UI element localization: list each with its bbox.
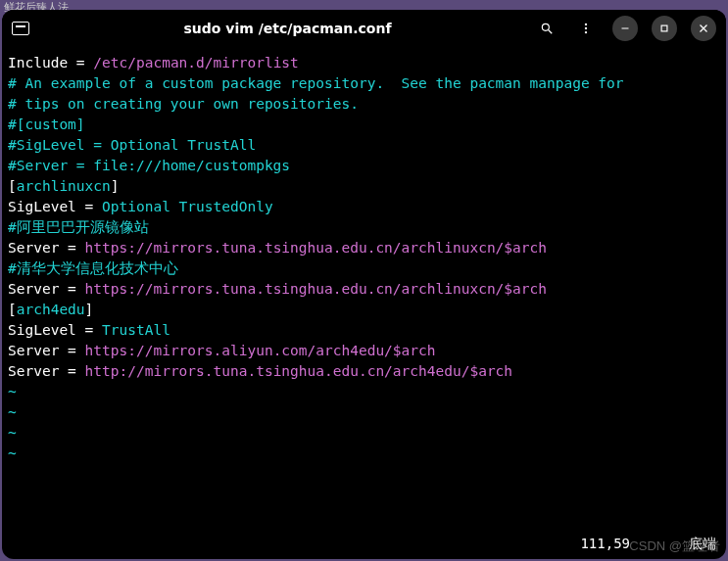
terminal-app-icon [12,22,29,35]
editor-line: #[custom] [8,115,720,135]
cursor-position: 111,59 [580,536,630,553]
editor-line: Include = /etc/pacman.d/mirrorlist [8,53,720,73]
vim-tilde: ~ [8,423,720,444]
search-icon [540,22,554,35]
titlebar-left [12,22,41,35]
editor-line: # An example of a custom package reposit… [8,73,720,94]
menu-button[interactable] [573,16,599,41]
editor-line: SigLevel = Optional TrustedOnly [8,197,720,217]
vim-tilde: ~ [8,382,720,402]
editor-line: Server = http://mirrors.tuna.tsinghua.ed… [8,361,720,382]
svg-point-0 [542,23,549,30]
editor-line: #Server = file:///home/custompkgs [8,156,720,176]
editor-line: #SigLevel = Optional TrustAll [8,135,720,156]
titlebar-right [534,16,716,41]
vim-tilde: ~ [8,444,720,464]
svg-line-1 [549,30,553,34]
editor-line: Server = https://mirrors.tuna.tsinghua.e… [8,238,720,258]
window-title: sudo vim /etc/pacman.conf [41,21,534,36]
editor-line: [archlinuxcn] [8,176,720,197]
svg-point-3 [585,27,587,29]
maximize-button[interactable] [652,16,677,41]
editor-line: # tips on creating your own repositories… [8,94,720,115]
minimize-button[interactable] [612,16,638,41]
vim-tilde: ~ [8,402,720,423]
minimize-icon [618,22,632,35]
kebab-menu-icon [579,22,593,35]
svg-rect-6 [661,25,667,31]
editor-line: Server = https://mirrors.aliyun.com/arch… [8,341,720,361]
close-icon [697,22,710,35]
svg-point-2 [585,23,587,25]
editor-line: #清华大学信息化技术中心 [8,258,720,279]
vim-status-line: 111,59 底端 [2,536,726,559]
editor-line: SigLevel = TrustAll [8,320,720,341]
close-button[interactable] [691,16,716,41]
editor-line: [arch4edu] [8,300,720,320]
watermark: CSDN @篮理者 [629,538,720,555]
maximize-icon [657,22,671,35]
editor-line: #阿里巴巴开源镜像站 [8,217,720,238]
terminal-window: sudo vim /etc/pacman.conf Include = /etc… [2,10,726,559]
search-button[interactable] [534,16,559,41]
svg-point-4 [585,31,587,33]
editor-content[interactable]: Include = /etc/pacman.d/mirrorlist# An e… [2,47,726,536]
editor-line: Server = https://mirrors.tuna.tsinghua.e… [8,279,720,300]
titlebar: sudo vim /etc/pacman.conf [2,10,726,47]
